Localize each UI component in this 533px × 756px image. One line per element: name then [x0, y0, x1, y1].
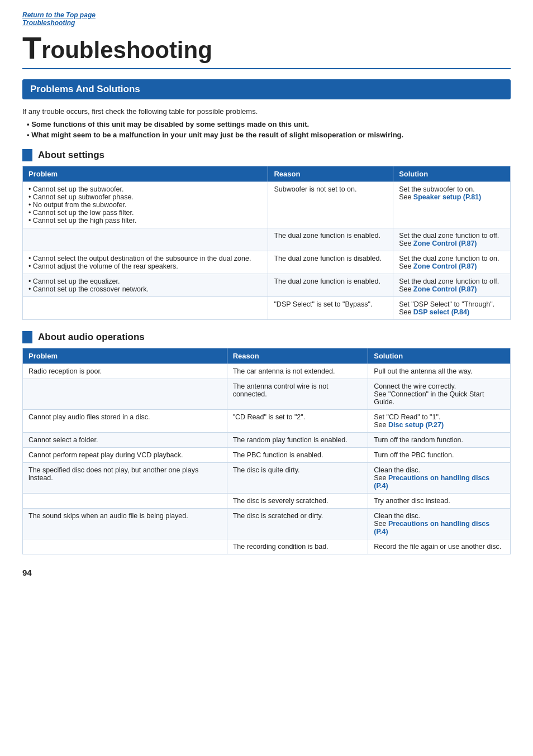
settings-reason-cell: The dual zone function is enabled. — [268, 228, 393, 251]
settings-solution-cell: Set the subwoofer to on.See Speaker setu… — [393, 182, 511, 228]
settings-table-row: • Cannot select the output destination o… — [23, 251, 511, 274]
about-settings-heading: About settings — [22, 149, 511, 161]
audio-solution-link[interactable]: Precautions on handling discs (P.4) — [374, 474, 489, 490]
settings-solution-link[interactable]: DSP select (P.84) — [413, 308, 469, 316]
subsection-marker-settings — [22, 149, 32, 161]
audio-problem-cell: The sound skips when an audio file is be… — [23, 509, 227, 539]
audio-reason-cell: "CD Read" is set to "2". — [227, 410, 368, 433]
audio-table-row: Cannot select a folder.The random play f… — [23, 433, 511, 448]
settings-problem-cell — [23, 297, 268, 320]
settings-col-problem: Problem — [23, 166, 268, 182]
settings-reason-cell: "DSP Select" is set to "Bypass". — [268, 297, 393, 320]
settings-reason-cell: Subwoofer is not set to on. — [268, 182, 393, 228]
audio-solution-cell: Turn off the PBC function. — [368, 448, 511, 463]
audio-reason-cell: The disc is quite dirty. — [227, 463, 368, 494]
settings-table-row: "DSP Select" is set to "Bypass".Set "DSP… — [23, 297, 511, 320]
page-title-rest: roubleshooting — [41, 37, 212, 64]
settings-solution-link[interactable]: Zone Control (P.87) — [413, 262, 477, 270]
audio-table-row: Radio reception is poor.The car antenna … — [23, 364, 511, 379]
audio-table-row: The specified disc does not play, but an… — [23, 463, 511, 494]
settings-problem-cell: • Cannot select the output destination o… — [23, 251, 268, 274]
breadcrumb: Return to the Top page Troubleshooting — [22, 11, 511, 27]
settings-table-row: • Cannot set up the subwoofer. • Cannot … — [23, 182, 511, 228]
audio-problem-cell: Cannot perform repeat play during VCD pl… — [23, 448, 227, 463]
audio-reason-cell: The PBC function is enabled. — [227, 448, 368, 463]
audio-solution-cell: Connect the wire correctly.See "Connecti… — [368, 379, 511, 410]
audio-solution-cell: Clean the disc.See Precautions on handli… — [368, 463, 511, 494]
breadcrumb-link-top[interactable]: Return to the Top page — [22, 11, 96, 19]
settings-table: Problem Reason Solution • Cannot set up … — [22, 166, 511, 320]
audio-col-reason: Reason — [227, 348, 368, 364]
audio-table-header-row: Problem Reason Solution — [23, 348, 511, 364]
audio-solution-cell: Record the file again or use another dis… — [368, 539, 511, 554]
audio-table-row: The antenna control wire is not connecte… — [23, 379, 511, 410]
audio-problem-cell — [23, 494, 227, 509]
settings-solution-cell: Set the dual zone function to off.See Zo… — [393, 274, 511, 297]
audio-reason-cell: The antenna control wire is not connecte… — [227, 379, 368, 410]
audio-solution-link[interactable]: Disc setup (P.27) — [388, 421, 444, 429]
settings-problem-cell: • Cannot set up the subwoofer. • Cannot … — [23, 182, 268, 228]
page-number: 94 — [22, 568, 511, 577]
audio-table-row: The sound skips when an audio file is be… — [23, 509, 511, 539]
settings-col-solution: Solution — [393, 166, 511, 182]
audio-table-row: The disc is severely scratched.Try anoth… — [23, 494, 511, 509]
settings-col-reason: Reason — [268, 166, 393, 182]
audio-problem-cell: Radio reception is poor. — [23, 364, 227, 379]
audio-reason-cell: The recording condition is bad. — [227, 539, 368, 554]
settings-table-row: The dual zone function is enabled.Set th… — [23, 228, 511, 251]
audio-solution-cell: Clean the disc.See Precautions on handli… — [368, 509, 511, 539]
settings-problem-cell — [23, 228, 268, 251]
audio-reason-cell: The disc is severely scratched. — [227, 494, 368, 509]
subsection-marker-audio — [22, 331, 32, 343]
audio-problem-cell — [23, 539, 227, 554]
audio-problem-cell: The specified disc does not play, but an… — [23, 463, 227, 494]
audio-reason-cell: The disc is scratched or dirty. — [227, 509, 368, 539]
page-title-big-t: T — [22, 32, 41, 64]
settings-reason-cell: The dual zone function is disabled. — [268, 251, 393, 274]
settings-problem-cell: • Cannot set up the equalizer. • Cannot … — [23, 274, 268, 297]
audio-solution-cell: Turn off the random function. — [368, 433, 511, 448]
audio-reason-cell: The random play function is enabled. — [227, 433, 368, 448]
settings-solution-cell: Set "DSP Select" to "Through".See DSP se… — [393, 297, 511, 320]
settings-solution-link[interactable]: Speaker setup (P.81) — [413, 193, 481, 201]
main-section-header: Problems And Solutions — [22, 79, 511, 99]
audio-solution-cell: Pull out the antenna all the way. — [368, 364, 511, 379]
about-audio-heading: About audio operations — [22, 331, 511, 343]
intro-section: If any trouble occurs, first check the f… — [22, 107, 511, 139]
settings-solution-cell: Set the dual zone function to on.See Zon… — [393, 251, 511, 274]
audio-solution-cell: Try another disc instead. — [368, 494, 511, 509]
audio-reason-cell: The car antenna is not extended. — [227, 364, 368, 379]
settings-solution-cell: Set the dual zone function to off.See Zo… — [393, 228, 511, 251]
breadcrumb-link-troubleshooting[interactable]: Troubleshooting — [22, 19, 75, 27]
settings-table-row: • Cannot set up the equalizer. • Cannot … — [23, 274, 511, 297]
settings-table-header-row: Problem Reason Solution — [23, 166, 511, 182]
settings-reason-cell: The dual zone function is enabled. — [268, 274, 393, 297]
audio-solution-link[interactable]: Precautions on handling discs (P.4) — [374, 520, 489, 535]
settings-solution-link[interactable]: Zone Control (P.87) — [413, 240, 477, 247]
intro-bullet1: • Some functions of this unit may be dis… — [27, 120, 511, 128]
page-title: Troubleshooting — [22, 32, 511, 69]
settings-solution-link[interactable]: Zone Control (P.87) — [413, 285, 477, 293]
audio-problem-cell: Cannot play audio files stored in a disc… — [23, 410, 227, 433]
about-settings-title: About settings — [38, 150, 104, 161]
audio-col-solution: Solution — [368, 348, 511, 364]
audio-table-row: Cannot play audio files stored in a disc… — [23, 410, 511, 433]
intro-line1: If any trouble occurs, first check the f… — [22, 107, 511, 116]
audio-col-problem: Problem — [23, 348, 227, 364]
audio-table-row: The recording condition is bad.Record th… — [23, 539, 511, 554]
audio-problem-cell — [23, 379, 227, 410]
audio-problem-cell: Cannot select a folder. — [23, 433, 227, 448]
audio-solution-cell: Set "CD Read" to "1".See Disc setup (P.2… — [368, 410, 511, 433]
about-audio-title: About audio operations — [38, 332, 145, 343]
intro-bullet2: • What might seem to be a malfunction in… — [27, 131, 511, 139]
audio-table: Problem Reason Solution Radio reception … — [22, 348, 511, 554]
audio-table-row: Cannot perform repeat play during VCD pl… — [23, 448, 511, 463]
